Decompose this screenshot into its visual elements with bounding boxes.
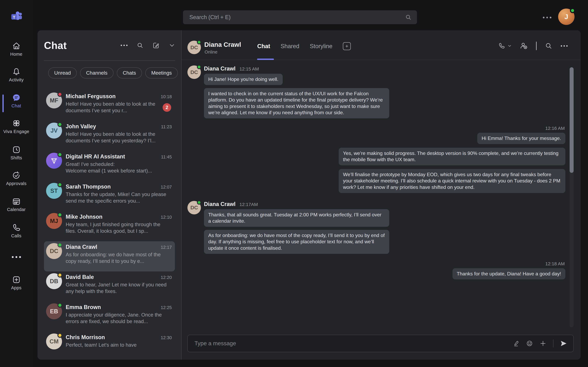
filter-meetings[interactable]: Meetings xyxy=(145,67,178,78)
avatar: EB xyxy=(46,303,62,319)
avatar: DB xyxy=(46,273,62,289)
profile-avatar[interactable]: J xyxy=(558,8,575,25)
chat-time: 11:23 xyxy=(161,124,172,129)
settings-more-button[interactable] xyxy=(543,13,551,22)
rail-item-activity[interactable]: Activity xyxy=(0,67,33,83)
chat-preview: As for onboarding: we do have most of th… xyxy=(66,251,172,265)
title-bar: J xyxy=(33,0,588,30)
chat-list-more-button[interactable] xyxy=(121,42,128,49)
active-tab-indicator xyxy=(257,58,274,60)
chat-name: John Valley xyxy=(66,123,159,130)
chevron-down-icon xyxy=(508,44,512,48)
rail-item-apps[interactable]: Apps xyxy=(0,275,33,290)
send-button[interactable] xyxy=(560,340,567,347)
message-time: 12:15 AM xyxy=(240,66,259,72)
tab-chat[interactable]: Chat xyxy=(257,43,270,50)
presence-dot xyxy=(197,200,201,205)
rail-item-calls[interactable]: Calls xyxy=(0,223,33,238)
call-button[interactable] xyxy=(498,42,512,49)
presence-dot xyxy=(57,122,62,127)
presence-dot xyxy=(57,242,62,247)
sender-name: Diana Crawl xyxy=(204,201,235,207)
chat-name: Chris Morrison xyxy=(66,334,158,341)
search-input[interactable] xyxy=(183,14,405,20)
presence-dot xyxy=(57,182,62,187)
approvals-icon xyxy=(12,171,21,180)
rail-item-shifts[interactable]: Shifts xyxy=(0,145,33,160)
unread-badge: 2 xyxy=(163,103,171,112)
rail-item-label: Shifts xyxy=(0,155,33,160)
conversation-pane: DC Diana Crawl Online Chat Shared Storyl… xyxy=(182,30,581,360)
presence-dot xyxy=(197,40,201,44)
chat-list-item-emma-brown[interactable]: EB Emma Brown12:25 I appreciate your dil… xyxy=(44,301,175,332)
message-input[interactable] xyxy=(188,340,513,347)
message-bubble: Hi Emma! Thanks for your message. xyxy=(477,133,565,144)
chat-name: Diana Crawl xyxy=(66,244,158,250)
presence-badge xyxy=(570,8,575,13)
chat-name: Mike Johnson xyxy=(66,214,158,220)
conversation-avatar[interactable]: DC xyxy=(187,41,201,54)
rail-more-button[interactable] xyxy=(0,253,33,261)
avatar: DC xyxy=(187,66,201,79)
sender-name: Diana Crawl xyxy=(204,66,235,72)
rail-item-approvals[interactable]: Approvals xyxy=(0,171,33,186)
avatar: DC xyxy=(187,201,201,214)
emoji-icon[interactable] xyxy=(526,340,533,347)
chat-preview: I appreciate your diligence, Jane. Once … xyxy=(66,312,172,325)
rail-item-calendar[interactable]: Calendar xyxy=(0,197,33,212)
profile-initials: J xyxy=(564,13,568,21)
new-chat-compose-button[interactable] xyxy=(153,42,160,49)
chevron-down-icon[interactable] xyxy=(168,42,175,49)
rail-item-label: Activity xyxy=(0,77,33,83)
message-time: 12:16 AM xyxy=(545,126,565,131)
chat-list-item-digital-hr-ai-assistant[interactable]: Digital HR AI Assistant11:45 Great! I've… xyxy=(44,151,175,181)
add-tab-button[interactable] xyxy=(343,42,351,50)
message-time: 12:18 AM xyxy=(545,261,565,266)
add-people-button[interactable] xyxy=(520,42,528,50)
rail-item-home[interactable]: Home xyxy=(0,42,33,57)
chat-preview: Hello! Have you been able to look at the… xyxy=(66,101,172,114)
tab-storyline[interactable]: Storyline xyxy=(310,43,332,50)
message-composer xyxy=(187,335,574,352)
presence-dot xyxy=(57,303,62,308)
presence-dot xyxy=(197,65,201,69)
chat-list-search-button[interactable] xyxy=(137,42,144,49)
chat-list-item-david-bale[interactable]: DB David Bale12:20 Great to hear, Jane! … xyxy=(44,271,175,301)
chat-preview: Great to hear, Jane! Let me know if you … xyxy=(66,282,172,295)
chat-time: 12:20 xyxy=(161,275,172,280)
rail-item-viva-engage[interactable]: Viva Engage xyxy=(0,119,33,134)
filter-chats[interactable]: Chats xyxy=(117,67,142,78)
message-bubble: Yes, we’re making solid progress. The de… xyxy=(339,148,565,165)
chat-filters: Unread Channels Chats Meetings xyxy=(48,67,181,78)
attach-plus-icon[interactable] xyxy=(540,340,546,347)
conversation-tabs: Chat Shared Storyline xyxy=(257,42,351,50)
chat-list-item-sarah-thompson[interactable]: ST Sarah Thompson12:07 Thanks for the up… xyxy=(44,181,175,211)
chat-list-item-michael-fergusson[interactable]: MF Michael Fergusson10:18 Hello! Have yo… xyxy=(44,91,175,121)
scrollbar-thumb[interactable] xyxy=(570,67,574,173)
chat-list-item-mike-johnson[interactable]: MJ Mike Johnson12:10 Hey team, I just fi… xyxy=(44,211,175,241)
message-group-outgoing: 12:18 AM Thanks for the update, Diana! H… xyxy=(187,261,565,283)
presence-dot xyxy=(57,92,62,97)
main-panel: Chat Unread Channels Chats Meetings MF xyxy=(37,30,581,360)
message-group-incoming: DC Diana Crawl 12:15 AM Hi Jane! Hope yo… xyxy=(187,66,565,121)
viva-engage-icon xyxy=(12,119,21,128)
chat-name: Digital HR AI Assistant xyxy=(66,153,159,160)
avatar: MF xyxy=(46,92,62,108)
chat-icon xyxy=(12,93,21,102)
chat-list-item-chris-morrison[interactable]: CM Chris Morrison12:30 Perfect, team! Le… xyxy=(44,332,175,360)
message-bubble: I wanted to check in on the current stat… xyxy=(204,88,389,118)
teams-logo-icon: T xyxy=(10,11,23,23)
filter-unread[interactable]: Unread xyxy=(48,67,77,78)
tab-shared[interactable]: Shared xyxy=(281,43,299,50)
divider xyxy=(536,42,536,50)
chat-time: 12:10 xyxy=(161,215,172,220)
filter-channels[interactable]: Channels xyxy=(80,67,113,78)
rail-item-chat[interactable]: Chat xyxy=(0,93,33,108)
chat-name: Emma Brown xyxy=(66,304,158,310)
format-pen-icon[interactable] xyxy=(513,340,519,347)
rail-item-label: Chat xyxy=(0,103,33,108)
conversation-more-button[interactable] xyxy=(561,42,568,49)
conversation-search-button[interactable] xyxy=(545,42,553,50)
chat-list-item-diana-crawl[interactable]: DC Diana Crawl12:17 As for onboarding: w… xyxy=(44,241,175,271)
chat-list-item-john-valley[interactable]: JV John Valley11:23 Hello! Have you been… xyxy=(44,121,175,151)
